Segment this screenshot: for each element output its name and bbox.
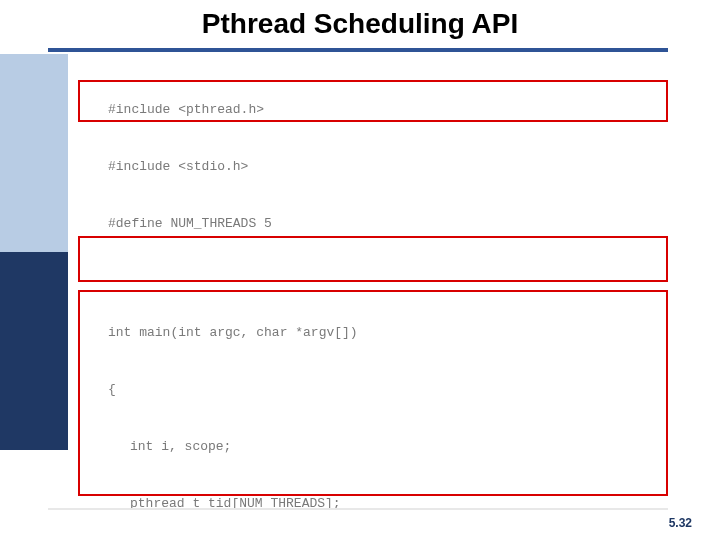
footer-rule [48,508,668,510]
page-number: 5.32 [669,516,692,530]
slide-title: Pthread Scheduling API [0,8,720,40]
code-line: #define NUM_THREADS 5 [108,214,668,233]
title-underline [48,48,668,52]
code-line: #include <pthread.h> [108,100,668,119]
code-line: #include <stdio.h> [108,157,668,176]
slide: Pthread Scheduling API #include <pthread… [0,0,720,540]
sidebar-accent-bottom [0,252,68,450]
code-line: pthread_t tid[NUM_THREADS]; [108,494,668,513]
blank-line [108,271,668,285]
sidebar-accent-top [0,54,68,252]
code-line: { [108,380,668,399]
code-line: int main(int argc, char *argv[]) [108,323,668,342]
code-line: int i, scope; [108,437,668,456]
code-block: #include <pthread.h> #include <stdio.h> … [108,62,668,540]
